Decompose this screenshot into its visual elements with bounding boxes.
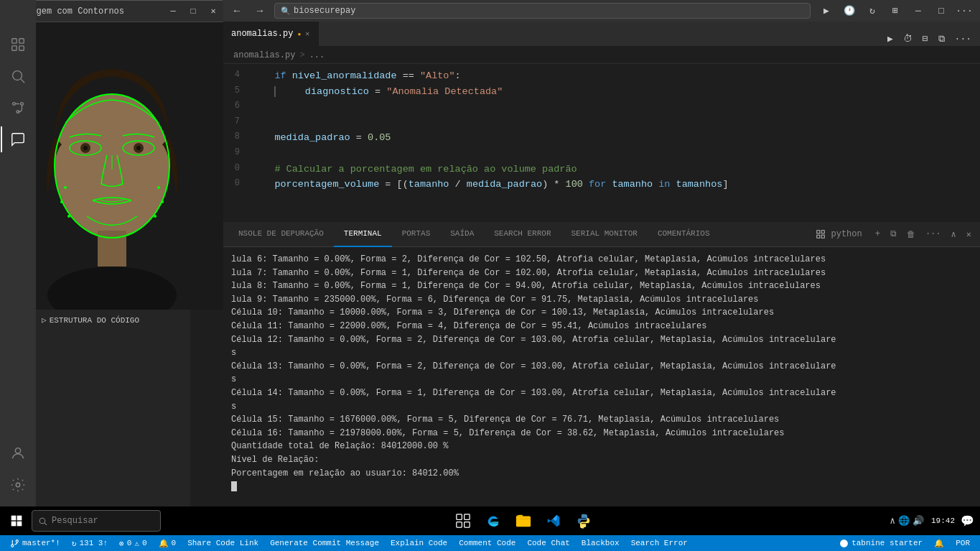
taskbar-app-vscode[interactable] (539, 506, 568, 535)
sidebar-icon-explorer[interactable] (1, 29, 35, 60)
terminal-split-button[interactable]: ⧉ (887, 228, 900, 241)
sidebar-icon-search[interactable] (1, 60, 35, 92)
code-structure-label: ESTRUTURA DO CÓDIGO (50, 316, 139, 325)
taskbar-app-python[interactable] (569, 506, 598, 535)
terminal-panel: NSOLE DE DEPURAÇÃO TERMINAL PORTAS SAÍDA… (223, 222, 980, 522)
search-error-label: Search Error (631, 539, 688, 547)
tab-search-error[interactable]: SEARCH ERROR (484, 222, 561, 247)
terminal-close-button[interactable]: ✕ (963, 228, 974, 241)
topbar-maximize-icon[interactable]: □ (931, 1, 951, 21)
tab-output[interactable]: SAÍDA (440, 222, 484, 247)
tab-anomalias[interactable]: anomalias.py ● ✕ (223, 21, 319, 46)
search-bar[interactable]: 🔍 biosecurepay (274, 3, 811, 19)
python-tag[interactable]: python (813, 226, 868, 242)
taskbar-right: ∧ 🌐 🔊 19:42 💬 (885, 514, 977, 528)
terminal-cursor-line (231, 480, 971, 494)
terminal-cursor (231, 481, 237, 491)
code-area[interactable]: 4 if nivel_anormalidade == "Alto": 5 dia… (223, 64, 980, 222)
topbar-more-icon[interactable]: ··· (954, 1, 974, 21)
split-icon[interactable]: ⧉ (935, 32, 948, 46)
windows-logo-icon (11, 515, 22, 527)
warning-count: 0 (142, 539, 147, 547)
more-icon[interactable]: ··· (952, 32, 974, 46)
status-code-chat[interactable]: Code Chat (521, 535, 575, 551)
topbar-run-icon[interactable]: ▶ (816, 1, 836, 21)
topbar-minimize-icon[interactable]: ─ (908, 1, 928, 21)
taskbar-app-taskview[interactable] (449, 506, 477, 535)
back-button[interactable]: ← (228, 2, 246, 19)
terminal-line: Quantidade total de Relação: 84012000.00… (231, 440, 971, 453)
start-button[interactable] (3, 506, 30, 535)
sidebar-icon-account[interactable] (1, 437, 35, 469)
taskbar-app-explorer[interactable] (509, 506, 538, 535)
status-notifications-bell[interactable]: 🔔 (928, 535, 950, 551)
topbar-layout-icon[interactable]: ⊞ (885, 1, 905, 21)
status-blackbox[interactable]: Blackbox (576, 535, 625, 551)
terminal-line: Célula 11: Tamanho = 22000.00%, Forma = … (231, 320, 971, 333)
terminal-more-button[interactable]: ··· (923, 228, 944, 241)
comment-code-label: Comment Code (459, 539, 515, 547)
terminal-collapse-button[interactable]: ∧ (948, 228, 959, 241)
svg-rect-47 (464, 522, 470, 528)
breadcrumb-item: ... (309, 50, 325, 60)
status-errors[interactable]: ⊗ 0 ⚠ 0 (113, 535, 152, 551)
topbar-refresh-icon[interactable]: ↻ (862, 1, 882, 21)
terminal-trash-button[interactable]: 🗑 (904, 228, 918, 241)
svg-rect-45 (464, 514, 470, 520)
layout-icon[interactable]: ⊟ (920, 32, 931, 46)
breadcrumb-sep: > (299, 50, 304, 60)
system-clock[interactable]: 19:42 (931, 516, 955, 526)
search-icon: 🔍 (281, 6, 291, 16)
status-explain-code[interactable]: Explain Code (385, 535, 453, 551)
svg-rect-49 (515, 517, 522, 519)
status-tabnine[interactable]: tabnine starter (834, 535, 928, 551)
svg-rect-3 (19, 46, 24, 50)
tab-ports[interactable]: PORTAS (392, 222, 441, 247)
forward-button[interactable]: → (251, 2, 269, 19)
tab-console-debug[interactable]: NSOLE DE DEPURAÇÃO (228, 222, 334, 247)
taskbar-search[interactable]: Pesquisar (32, 510, 161, 532)
status-generate-commit[interactable]: Generate Commit Message (264, 535, 385, 551)
tab-label: anomalias.py (231, 29, 293, 39)
tray-volume-icon[interactable]: 🔊 (913, 515, 924, 527)
maximize-button[interactable]: □ (183, 1, 203, 22)
status-branch[interactable]: master*! (4, 535, 66, 551)
tab-close-button[interactable]: ✕ (305, 29, 309, 38)
svg-point-24 (161, 200, 164, 203)
code-line: 4 if nivel_anormalidade == "Alto": (223, 68, 980, 84)
run-icon[interactable]: ▶ (885, 32, 896, 46)
status-share-code[interactable]: Share Code Link (182, 535, 264, 551)
terminal-output[interactable]: lula 6: Tamanho = 0.00%, Forma = 2, Dife… (223, 247, 980, 522)
tab-terminal[interactable]: TERMINAL (334, 222, 392, 247)
status-sync[interactable]: ↻ 131 3↑ (66, 535, 113, 551)
notification-button[interactable]: 💬 (958, 514, 977, 528)
svg-rect-33 (821, 235, 824, 238)
history-icon[interactable]: ⏱ (900, 32, 915, 46)
code-line: 7 (223, 115, 980, 131)
tab-comments[interactable]: COMENTÁRIOS (648, 222, 720, 247)
tray-up-icon[interactable]: ∧ (890, 515, 895, 527)
tray-network-icon[interactable]: 🌐 (898, 515, 910, 527)
status-bar: master*! ↻ 131 3↑ ⊗ 0 ⚠ 0 🔔 0 Share Code… (0, 535, 980, 551)
sidebar-icon-git[interactable] (1, 92, 35, 124)
status-search-error[interactable]: Search Error (625, 535, 694, 551)
svg-point-23 (157, 186, 160, 189)
taskbar-app-edge[interactable] (479, 506, 508, 535)
minimize-button[interactable]: ─ (163, 1, 183, 22)
close-button[interactable]: ✕ (203, 1, 223, 22)
status-comment-code[interactable]: Comment Code (453, 535, 521, 551)
svg-point-4 (13, 71, 22, 80)
code-structure-header[interactable]: ▷ ESTRUTURA DO CÓDIGO (36, 309, 190, 330)
status-notifications[interactable]: 🔔 0 (153, 535, 182, 551)
status-language[interactable]: POR (950, 535, 976, 551)
code-line: 6 (223, 99, 980, 115)
bell-icon: 🔔 (159, 539, 169, 548)
tab-serial-monitor[interactable]: SERIAL MONITOR (561, 222, 647, 247)
svg-point-28 (83, 146, 88, 150)
terminal-add-button[interactable]: + (872, 228, 883, 241)
sidebar-icon-chat[interactable] (1, 124, 35, 155)
vscode-topbar: ← → 🔍 biosecurepay ▶ 🕐 ↻ ⊞ ─ □ ··· (223, 0, 980, 22)
topbar-history-icon[interactable]: 🕐 (839, 1, 859, 21)
sidebar-icon-settings[interactable] (1, 469, 35, 501)
error-count: 0 (127, 539, 132, 547)
